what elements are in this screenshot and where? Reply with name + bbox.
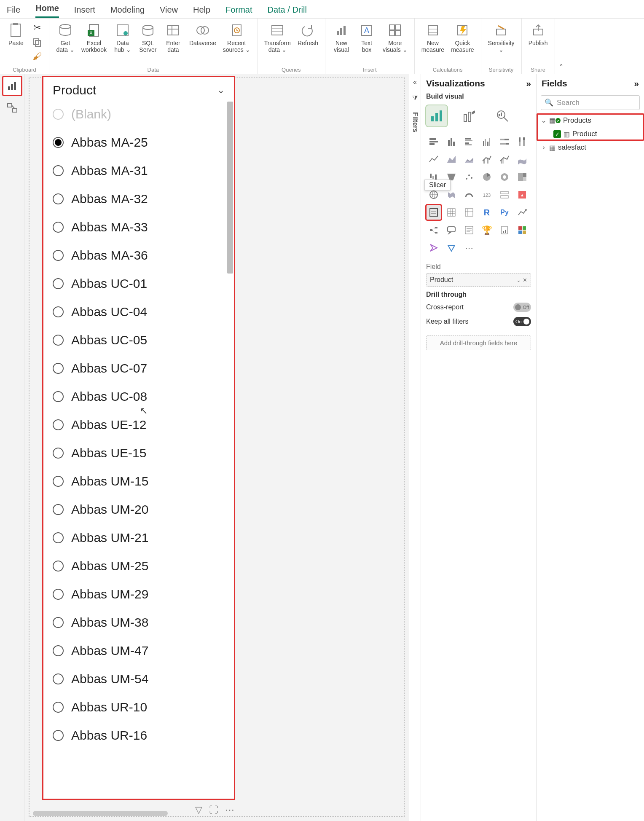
viz-gauge[interactable]: [462, 187, 477, 202]
slicer-visual[interactable]: Product ⌄ (Blank)Abbas MA-25Abbas MA-31A…: [43, 77, 234, 799]
viz-pie[interactable]: [479, 169, 494, 185]
tab-insert[interactable]: Insert: [74, 2, 95, 18]
recent-sources-button[interactable]: Recent sources ⌄: [220, 20, 254, 55]
viz-line[interactable]: [426, 152, 441, 167]
text-box-button[interactable]: AText box: [354, 20, 379, 55]
slicer-item[interactable]: Abbas UM-47: [53, 636, 227, 665]
viz-kpi[interactable]: ▲: [515, 187, 530, 202]
radio-icon[interactable]: [53, 448, 64, 459]
radio-icon[interactable]: [53, 730, 64, 741]
viz-table[interactable]: [444, 205, 459, 220]
checkbox-checked-icon[interactable]: ✓: [553, 130, 561, 138]
viz-key-influencers[interactable]: [515, 205, 530, 220]
tab-file[interactable]: File: [7, 2, 20, 18]
radio-icon[interactable]: [53, 222, 64, 233]
publish-button[interactable]: Publish: [525, 20, 551, 48]
tab-help[interactable]: Help: [193, 2, 210, 18]
viz-stacked-column[interactable]: [444, 134, 459, 149]
viz-100-column[interactable]: [515, 134, 530, 149]
viz-smart-narrative[interactable]: [462, 223, 477, 238]
build-visual-mode[interactable]: [426, 105, 447, 126]
viz-python[interactable]: Py: [497, 205, 512, 220]
enter-data-button[interactable]: Enter data: [161, 20, 186, 55]
tab-home[interactable]: Home: [35, 0, 59, 18]
transform-data-button[interactable]: Transform data ⌄: [261, 20, 294, 55]
viz-power-apps[interactable]: [515, 223, 530, 238]
radio-icon[interactable]: [53, 109, 64, 120]
field-well-product[interactable]: Product ⌄ ✕: [426, 273, 531, 287]
slicer-item[interactable]: Abbas UM-21: [53, 523, 227, 552]
radio-icon[interactable]: [53, 476, 64, 487]
chevron-down-icon[interactable]: ⌄: [516, 277, 521, 283]
slicer-item[interactable]: Abbas UC-01: [53, 269, 227, 298]
radio-icon[interactable]: [53, 504, 64, 515]
viz-stacked-bar[interactable]: [426, 134, 441, 149]
viz-matrix[interactable]: [462, 205, 477, 220]
slicer-item[interactable]: Abbas UE-12: [53, 410, 227, 439]
radio-icon[interactable]: [53, 702, 64, 713]
viz-azure-map[interactable]: [444, 240, 459, 255]
radio-icon[interactable]: [53, 137, 64, 148]
radio-icon[interactable]: [53, 250, 64, 261]
sql-server-button[interactable]: SQL Server: [135, 20, 161, 55]
viz-scatter[interactable]: [462, 169, 477, 185]
filter-icon[interactable]: ▽: [195, 805, 202, 816]
tab-modeling[interactable]: Modeling: [110, 2, 145, 18]
slicer-item[interactable]: Abbas UC-08: [53, 382, 227, 410]
new-measure-button[interactable]: New measure: [418, 20, 448, 55]
slicer-item[interactable]: Abbas UR-16: [53, 721, 227, 749]
field-product[interactable]: ✓ ▥ Product: [537, 127, 644, 141]
filters-collapsed[interactable]: « ⧩ Filters: [409, 74, 421, 821]
radio-icon[interactable]: [53, 278, 64, 289]
cut-icon[interactable]: ✂: [31, 22, 43, 34]
slicer-item[interactable]: Abbas UE-15: [53, 439, 227, 467]
slicer-item[interactable]: Abbas UM-29: [53, 580, 227, 608]
viz-get-more[interactable]: ⋯: [462, 240, 477, 255]
tab-format[interactable]: Format: [225, 2, 252, 18]
radio-icon[interactable]: [53, 419, 64, 430]
viz-line-stacked[interactable]: [479, 152, 494, 167]
format-painter-icon[interactable]: 🖌: [31, 51, 43, 62]
slicer-item[interactable]: Abbas UM-54: [53, 665, 227, 693]
drill-through-drop[interactable]: Add drill-through fields here: [426, 335, 531, 350]
viz-line-clustered[interactable]: [497, 152, 512, 167]
radio-icon[interactable]: [53, 532, 64, 543]
slicer-item[interactable]: Abbas MA-36: [53, 241, 227, 269]
more-options-icon[interactable]: ⋯: [225, 805, 234, 816]
slicer-item[interactable]: Abbas UC-05: [53, 326, 227, 354]
viz-multi-row-card[interactable]: [497, 187, 512, 202]
radio-icon[interactable]: [53, 645, 64, 656]
slicer-item[interactable]: Abbas MA-25: [53, 128, 227, 156]
viz-goals[interactable]: 🏆: [479, 223, 494, 238]
viz-clustered-column[interactable]: [479, 134, 494, 149]
new-visual-button[interactable]: New visual: [329, 20, 354, 55]
slicer-item[interactable]: Abbas MA-31: [53, 156, 227, 185]
data-hub-button[interactable]: Data hub ⌄: [110, 20, 135, 55]
refresh-button[interactable]: Refresh: [294, 20, 322, 48]
copy-icon[interactable]: [31, 36, 43, 48]
radio-icon[interactable]: [53, 589, 64, 600]
radio-icon[interactable]: [53, 165, 64, 176]
viz-r[interactable]: R: [479, 205, 494, 220]
viz-stacked-area[interactable]: [462, 152, 477, 167]
viz-100-bar[interactable]: [497, 134, 512, 149]
fields-search[interactable]: 🔍 Search: [541, 95, 640, 110]
viz-ribbon[interactable]: [515, 152, 530, 167]
slicer-item[interactable]: Abbas UR-10: [53, 693, 227, 721]
remove-field-icon[interactable]: ✕: [523, 277, 527, 283]
radio-icon[interactable]: [53, 673, 64, 684]
tab-data-drill[interactable]: Data / Drill: [268, 2, 307, 18]
collapse-ribbon[interactable]: ˄: [555, 19, 568, 74]
slicer-item[interactable]: Abbas UC-07: [53, 354, 227, 382]
canvas-horizontal-scrollbar[interactable]: [33, 811, 168, 816]
analytics-mode[interactable]: [492, 105, 513, 126]
quick-measure-button[interactable]: Quick measure: [448, 20, 477, 55]
collapse-panel-icon[interactable]: »: [634, 78, 639, 89]
radio-icon[interactable]: [53, 561, 64, 571]
table-salesfact[interactable]: › ▦ salesfact: [537, 141, 644, 154]
viz-area[interactable]: [444, 152, 459, 167]
slicer-item[interactable]: Abbas UM-15: [53, 467, 227, 495]
radio-icon[interactable]: [53, 391, 64, 402]
slicer-item[interactable]: Abbas UM-25: [53, 552, 227, 580]
slicer-item[interactable]: Abbas MA-33: [53, 213, 227, 241]
